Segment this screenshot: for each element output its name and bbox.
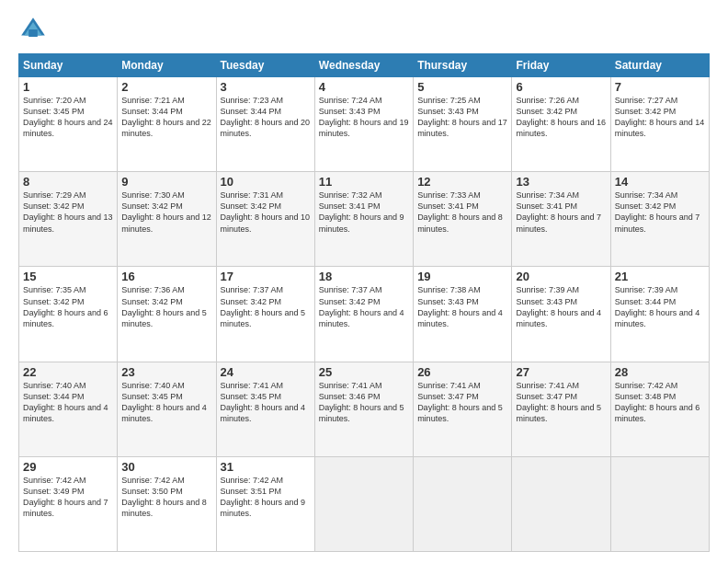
day-number: 18 <box>319 270 409 283</box>
day-number: 5 <box>417 80 507 94</box>
calendar-cell: 1 Sunrise: 7:20 AMSunset: 3:45 PMDayligh… <box>19 77 118 172</box>
logo-icon <box>18 15 48 44</box>
calendar-cell <box>314 456 413 551</box>
day-number: 14 <box>615 175 705 189</box>
day-number: 29 <box>23 460 113 474</box>
day-number: 3 <box>221 80 311 94</box>
cell-text: Sunrise: 7:25 AMSunset: 3:43 PMDaylight:… <box>417 96 507 138</box>
cell-text: Sunrise: 7:31 AMSunset: 3:42 PMDaylight:… <box>221 190 311 233</box>
calendar-cell: 9 Sunrise: 7:30 AMSunset: 3:42 PMDayligh… <box>118 172 216 267</box>
cell-text: Sunrise: 7:38 AMSunset: 3:43 PMDaylight:… <box>417 285 503 327</box>
cell-text: Sunrise: 7:40 AMSunset: 3:44 PMDaylight:… <box>23 381 108 423</box>
day-number: 11 <box>319 175 409 189</box>
svg-rect-2 <box>28 29 38 37</box>
day-number: 16 <box>121 270 211 283</box>
day-number: 27 <box>516 365 606 379</box>
calendar-cell: 14 Sunrise: 7:34 AMSunset: 3:42 PMDaylig… <box>610 172 709 267</box>
day-number: 13 <box>516 175 606 189</box>
calendar-cell: 10 Sunrise: 7:31 AMSunset: 3:42 PMDaylig… <box>216 172 314 267</box>
calendar-cell: 21 Sunrise: 7:39 AMSunset: 3:44 PMDaylig… <box>610 267 709 362</box>
day-number: 28 <box>615 365 705 379</box>
cell-text: Sunrise: 7:27 AMSunset: 3:42 PMDaylight:… <box>615 96 705 138</box>
calendar-cell: 15 Sunrise: 7:35 AMSunset: 3:42 PMDaylig… <box>19 267 118 362</box>
calendar-week-1: 1 Sunrise: 7:20 AMSunset: 3:45 PMDayligh… <box>19 77 710 172</box>
header-tuesday: Tuesday <box>216 54 314 77</box>
cell-text: Sunrise: 7:41 AMSunset: 3:46 PMDaylight:… <box>319 381 404 423</box>
calendar-cell: 26 Sunrise: 7:41 AMSunset: 3:47 PMDaylig… <box>414 362 512 456</box>
cell-text: Sunrise: 7:20 AMSunset: 3:45 PMDaylight:… <box>23 96 113 138</box>
day-number: 26 <box>417 365 507 379</box>
cell-text: Sunrise: 7:40 AMSunset: 3:45 PMDaylight:… <box>121 381 207 423</box>
day-number: 24 <box>221 365 311 379</box>
calendar-cell: 2 Sunrise: 7:21 AMSunset: 3:44 PMDayligh… <box>118 77 216 172</box>
cell-text: Sunrise: 7:33 AMSunset: 3:41 PMDaylight:… <box>417 190 503 233</box>
day-number: 17 <box>221 270 311 283</box>
day-number: 4 <box>319 80 409 94</box>
logo <box>18 15 51 44</box>
header-saturday: Saturday <box>610 54 709 77</box>
cell-text: Sunrise: 7:37 AMSunset: 3:42 PMDaylight:… <box>221 285 306 327</box>
calendar-cell <box>610 456 709 551</box>
calendar-week-4: 22 Sunrise: 7:40 AMSunset: 3:44 PMDaylig… <box>19 362 710 456</box>
calendar-table: SundayMondayTuesdayWednesdayThursdayFrid… <box>18 53 710 552</box>
calendar-cell: 8 Sunrise: 7:29 AMSunset: 3:42 PMDayligh… <box>19 172 118 267</box>
calendar-cell: 24 Sunrise: 7:41 AMSunset: 3:45 PMDaylig… <box>216 362 314 456</box>
calendar-week-3: 15 Sunrise: 7:35 AMSunset: 3:42 PMDaylig… <box>19 267 710 362</box>
calendar-cell: 19 Sunrise: 7:38 AMSunset: 3:43 PMDaylig… <box>414 267 512 362</box>
cell-text: Sunrise: 7:42 AMSunset: 3:50 PMDaylight:… <box>121 476 207 518</box>
calendar-cell: 20 Sunrise: 7:39 AMSunset: 3:43 PMDaylig… <box>512 267 610 362</box>
day-number: 8 <box>23 175 113 189</box>
cell-text: Sunrise: 7:32 AMSunset: 3:41 PMDaylight:… <box>319 190 404 233</box>
calendar-week-5: 29 Sunrise: 7:42 AMSunset: 3:49 PMDaylig… <box>19 456 710 551</box>
cell-text: Sunrise: 7:42 AMSunset: 3:49 PMDaylight:… <box>23 476 108 518</box>
calendar-cell: 27 Sunrise: 7:41 AMSunset: 3:47 PMDaylig… <box>512 362 610 456</box>
calendar-cell: 22 Sunrise: 7:40 AMSunset: 3:44 PMDaylig… <box>19 362 118 456</box>
calendar-cell: 7 Sunrise: 7:27 AMSunset: 3:42 PMDayligh… <box>610 77 709 172</box>
cell-text: Sunrise: 7:34 AMSunset: 3:42 PMDaylight:… <box>615 190 700 233</box>
day-number: 12 <box>417 175 507 189</box>
cell-text: Sunrise: 7:35 AMSunset: 3:42 PMDaylight:… <box>23 285 108 327</box>
day-number: 25 <box>319 365 409 379</box>
header-monday: Monday <box>118 54 216 77</box>
cell-text: Sunrise: 7:23 AMSunset: 3:44 PMDaylight:… <box>221 96 311 138</box>
day-number: 10 <box>221 175 311 189</box>
calendar-cell: 30 Sunrise: 7:42 AMSunset: 3:50 PMDaylig… <box>118 456 216 551</box>
calendar-cell: 23 Sunrise: 7:40 AMSunset: 3:45 PMDaylig… <box>118 362 216 456</box>
calendar-cell: 12 Sunrise: 7:33 AMSunset: 3:41 PMDaylig… <box>414 172 512 267</box>
calendar-cell <box>414 456 512 551</box>
cell-text: Sunrise: 7:39 AMSunset: 3:44 PMDaylight:… <box>615 285 700 327</box>
calendar-cell: 3 Sunrise: 7:23 AMSunset: 3:44 PMDayligh… <box>216 77 314 172</box>
header-sunday: Sunday <box>19 54 118 77</box>
calendar-cell: 11 Sunrise: 7:32 AMSunset: 3:41 PMDaylig… <box>314 172 413 267</box>
day-number: 7 <box>615 80 705 94</box>
calendar-cell: 4 Sunrise: 7:24 AMSunset: 3:43 PMDayligh… <box>314 77 413 172</box>
day-number: 21 <box>615 270 705 283</box>
calendar-cell: 25 Sunrise: 7:41 AMSunset: 3:46 PMDaylig… <box>314 362 413 456</box>
cell-text: Sunrise: 7:26 AMSunset: 3:42 PMDaylight:… <box>516 96 606 138</box>
day-number: 30 <box>121 460 211 474</box>
calendar-week-2: 8 Sunrise: 7:29 AMSunset: 3:42 PMDayligh… <box>19 172 710 267</box>
header-friday: Friday <box>512 54 610 77</box>
header-wednesday: Wednesday <box>314 54 413 77</box>
calendar-cell: 6 Sunrise: 7:26 AMSunset: 3:42 PMDayligh… <box>512 77 610 172</box>
day-number: 6 <box>516 80 606 94</box>
header-thursday: Thursday <box>414 54 512 77</box>
calendar-cell: 5 Sunrise: 7:25 AMSunset: 3:43 PMDayligh… <box>414 77 512 172</box>
cell-text: Sunrise: 7:41 AMSunset: 3:47 PMDaylight:… <box>516 381 601 423</box>
calendar-cell: 13 Sunrise: 7:34 AMSunset: 3:41 PMDaylig… <box>512 172 610 267</box>
cell-text: Sunrise: 7:41 AMSunset: 3:47 PMDaylight:… <box>417 381 503 423</box>
calendar-cell: 29 Sunrise: 7:42 AMSunset: 3:49 PMDaylig… <box>19 456 118 551</box>
day-number: 22 <box>23 365 113 379</box>
header <box>18 15 710 44</box>
cell-text: Sunrise: 7:21 AMSunset: 3:44 PMDaylight:… <box>121 96 211 138</box>
calendar-header-row: SundayMondayTuesdayWednesdayThursdayFrid… <box>19 54 710 77</box>
day-number: 23 <box>121 365 211 379</box>
calendar-cell: 31 Sunrise: 7:42 AMSunset: 3:51 PMDaylig… <box>216 456 314 551</box>
cell-text: Sunrise: 7:24 AMSunset: 3:43 PMDaylight:… <box>319 96 409 138</box>
page: SundayMondayTuesdayWednesdayThursdayFrid… <box>0 0 728 563</box>
cell-text: Sunrise: 7:34 AMSunset: 3:41 PMDaylight:… <box>516 190 601 233</box>
calendar-cell: 16 Sunrise: 7:36 AMSunset: 3:42 PMDaylig… <box>118 267 216 362</box>
calendar-cell <box>512 456 610 551</box>
day-number: 19 <box>417 270 507 283</box>
cell-text: Sunrise: 7:30 AMSunset: 3:42 PMDaylight:… <box>121 190 211 233</box>
